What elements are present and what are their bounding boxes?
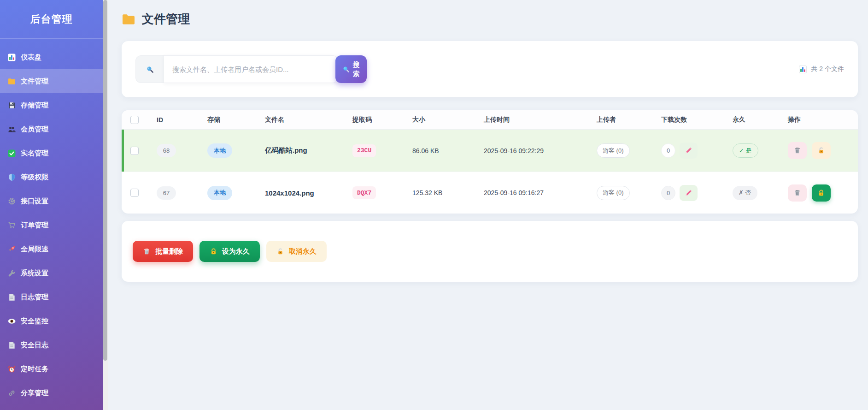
pencil-icon [685,147,692,154]
extract-code-badge: DQX7 [352,186,376,199]
download-count: 0 [661,143,675,158]
document-icon [8,341,16,349]
sidebar-item-ratelimit[interactable]: 全局限速 [0,237,103,261]
id-badge: 68 [157,144,176,157]
file-count: 共 2 个文件 [799,65,844,73]
sidebar: 后台管理 仪表盘 文件管理 存储管理 会员管理 实名管理 等级权限 [0,0,103,410]
sidebar-item-label: 等级权限 [21,173,48,182]
cancel-permanent-batch-button[interactable]: 取消永久 [266,241,327,262]
col-size: 大小 [403,116,475,124]
sidebar-item-orders[interactable]: 订单管理 [0,213,103,237]
sidebar-item-label: 仪表盘 [21,53,41,62]
page-title-text: 文件管理 [142,11,190,27]
upload-time: 2025-09-16 09:16:27 [475,189,587,196]
shield-icon [8,173,16,181]
search-button-label: 搜索 [352,60,360,79]
search-input-prefix [135,55,164,83]
col-time: 上传时间 [475,116,587,124]
sidebar-item-security-log[interactable]: 安全日志 [0,333,103,357]
col-code: 提取码 [343,116,403,124]
sidebar-item-levels[interactable]: 等级权限 [0,165,103,189]
table-row: 67 本地 1024x1024.png DQX7 125.32 KB 2025-… [122,172,858,214]
row-checkbox[interactable] [130,147,139,155]
extract-code-badge: 23CU [352,144,376,157]
lock-icon [210,248,217,256]
col-downloads: 下载次数 [652,116,723,124]
sidebar-item-shares[interactable]: 分享管理 [0,381,103,405]
cart-icon [8,221,16,229]
sidebar-item-label: 分享管理 [21,389,48,398]
row-checkbox[interactable] [130,189,139,197]
col-filename: 文件名 [256,116,343,124]
sidebar-item-system[interactable]: 系统设置 [0,261,103,285]
link-icon [8,389,16,397]
folder-icon [122,13,135,25]
batch-delete-label: 批量删除 [155,247,183,256]
sidebar-header: 后台管理 [0,0,103,39]
edit-downloads-button[interactable] [680,185,698,201]
id-badge: 67 [157,186,176,200]
sidebar-item-files[interactable]: 文件管理 [0,69,103,93]
chart-bars-icon [8,53,16,61]
rocket-icon [8,245,16,253]
download-count: 0 [661,186,675,200]
document-icon [8,293,16,301]
sidebar-item-api[interactable]: 接口设置 [0,189,103,213]
sidebar-item-label: 安全监控 [21,317,48,326]
sidebar-item-dashboard[interactable]: 仪表盘 [0,45,103,69]
cancel-permanent-button[interactable] [812,142,831,159]
delete-file-button[interactable] [788,184,807,202]
sidebar-item-label: 日志管理 [21,293,48,302]
main-content: 文件管理 搜索 共 2 个文件 ID 存储 文件名 提取码 大小 上传时间 [108,0,868,282]
file-size: 86.06 KB [403,147,475,154]
search-icon [146,65,154,73]
permanent-badge: ✗ 否 [733,186,757,200]
alarm-clock-icon [8,365,16,373]
sidebar-item-storage[interactable]: 存储管理 [0,93,103,117]
sidebar-scrollbar[interactable] [103,0,108,410]
lock-icon [817,189,825,197]
uploader-badge: 游客 (0) [597,143,630,158]
edit-downloads-button[interactable] [680,143,698,159]
sidebar-item-label: 定时任务 [21,365,48,374]
batch-actions-card: 批量删除 设为永久 取消永久 [122,221,858,282]
delete-file-button[interactable] [788,142,807,159]
sidebar-item-logs[interactable]: 日志管理 [0,285,103,309]
app-title: 后台管理 [30,12,73,26]
search-input[interactable] [164,55,338,83]
sidebar-item-realname[interactable]: 实名管理 [0,141,103,165]
gear-icon [8,197,16,205]
storage-badge: 本地 [207,186,232,200]
select-all-checkbox[interactable] [130,116,139,124]
uploader-badge: 游客 (0) [597,186,630,200]
sidebar-item-members[interactable]: 会员管理 [0,117,103,141]
col-uploader: 上传者 [587,116,652,124]
trash-icon [793,147,801,154]
permanent-badge: ✓ 是 [733,143,758,158]
filename: 亿码酷站.png [265,146,307,155]
sidebar-item-label: 会员管理 [21,125,48,134]
set-permanent-batch-button[interactable]: 设为永久 [199,241,260,262]
cancel-permanent-label: 取消永久 [289,247,317,256]
sidebar-item-security-monitor[interactable]: 安全监控 [0,309,103,333]
trash-icon [143,248,151,256]
sidebar-item-cron[interactable]: 定时任务 [0,357,103,381]
set-permanent-button[interactable] [812,184,831,202]
set-permanent-label: 设为永久 [222,247,250,256]
file-size: 125.32 KB [403,189,475,196]
search-icon [342,65,350,73]
search-button[interactable]: 搜索 [335,55,367,83]
col-ops: 操作 [779,116,858,124]
trash-icon [793,189,801,197]
batch-delete-button[interactable]: 批量删除 [133,241,193,262]
search-card: 搜索 共 2 个文件 [122,41,858,97]
sidebar-item-label: 文件管理 [21,77,48,86]
search-group: 搜索 [135,55,367,83]
sidebar-scrollbar-thumb[interactable] [103,0,107,361]
filename: 1024x1024.png [265,189,314,197]
check-badge-icon [8,149,16,157]
folder-icon [8,77,16,85]
eye-icon [8,317,16,325]
file-count-label: 共 2 个文件 [811,65,844,73]
file-table: ID 存储 文件名 提取码 大小 上传时间 上传者 下载次数 永久 操作 68 … [122,110,858,214]
